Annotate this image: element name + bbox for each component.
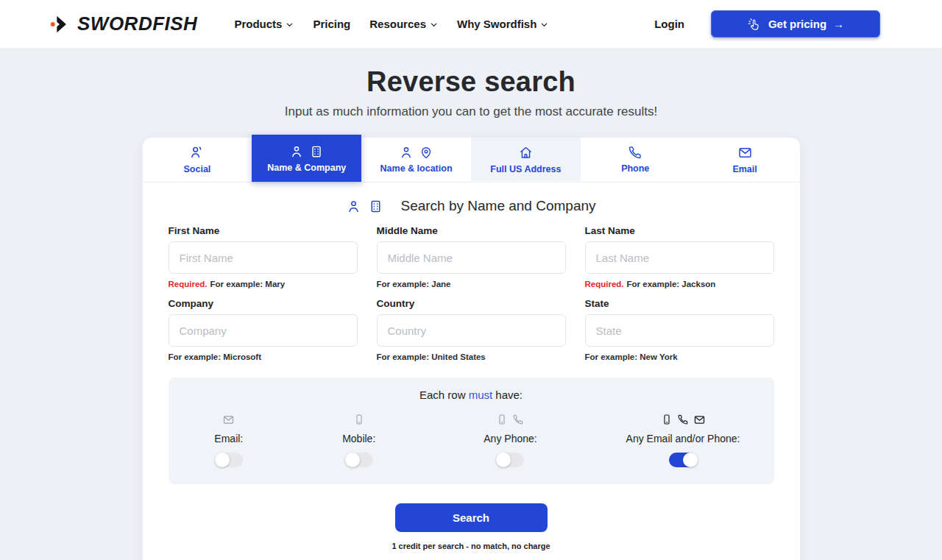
option-email: Email: (169, 413, 290, 467)
click-hand-icon (747, 17, 762, 32)
chevron-down-icon (540, 21, 548, 29)
last-name-input[interactable] (585, 241, 774, 274)
search-card: Social Name & Company (143, 138, 800, 560)
smartphone-icon (496, 414, 508, 425)
required-flag: Required. (169, 280, 208, 288)
get-pricing-button[interactable]: Get pricing → (711, 10, 880, 38)
chevron-down-icon (286, 21, 294, 29)
search-button[interactable]: Search (395, 503, 548, 532)
field-last-name: Last Name Required.For example: Jackson (585, 216, 774, 288)
state-input[interactable] (585, 314, 774, 347)
smartphone-icon (661, 414, 673, 425)
first-name-input[interactable] (169, 241, 358, 274)
swordfish-logo[interactable]: SWORDFISH (50, 13, 197, 35)
phone-icon (512, 414, 524, 425)
main-nav: Products Pricing Resources Why Swordfish (234, 18, 548, 30)
phone-icon (677, 414, 689, 425)
tab-email[interactable]: Email (690, 138, 800, 181)
search-tabs: Social Name & Company (143, 138, 800, 182)
form-actions: Search 1 credit per search - no match, n… (143, 484, 800, 560)
person-icon (289, 144, 304, 159)
users-icon (188, 144, 205, 160)
option-any-email-or-phone: Any Email and/or Phone: (592, 413, 774, 467)
field-state: State For example: New York (585, 288, 774, 361)
tab-name-location[interactable]: Name & location (361, 138, 471, 181)
nav-item-products[interactable]: Products (234, 18, 294, 30)
form-heading: Search by Name and Company (143, 182, 800, 216)
envelope-icon (222, 414, 235, 426)
person-icon (399, 145, 414, 160)
middle-name-input[interactable] (377, 241, 566, 274)
company-input[interactable] (169, 314, 358, 347)
field-first-name: First Name Required.For example: Mary (169, 216, 358, 288)
toggle-mobile[interactable] (345, 453, 373, 467)
building-icon (368, 199, 383, 214)
hero: Reverse search Input as much information… (0, 48, 942, 119)
country-input[interactable] (377, 314, 566, 347)
field-country: Country For example: United States (377, 288, 566, 361)
page-title: Reverse search (0, 66, 942, 98)
home-icon (518, 145, 534, 160)
navbar: SWORDFISH Products Pricing Resources Why… (0, 0, 942, 48)
required-flag: Required. (585, 280, 624, 288)
toggle-any-email-or-phone[interactable] (669, 453, 697, 467)
nav-item-pricing[interactable]: Pricing (313, 18, 350, 30)
credit-note: 1 credit per search - no match, no charg… (143, 542, 800, 550)
envelope-icon (693, 414, 706, 426)
building-icon (309, 144, 324, 159)
row-requirements-box: Each row must have: Email: Mobile: (169, 378, 774, 484)
toggle-email[interactable] (215, 453, 243, 467)
search-form: First Name Required.For example: Mary Mi… (143, 216, 800, 361)
envelope-icon (737, 145, 753, 160)
option-mobile: Mobile: (289, 413, 428, 467)
nav-item-resources[interactable]: Resources (369, 18, 438, 30)
requirements-title: Each row must have: (169, 389, 774, 401)
field-middle-name: Middle Name For example: Jane (377, 216, 566, 288)
phone-icon (628, 145, 642, 160)
tab-social[interactable]: Social (143, 138, 252, 181)
toggle-any-phone[interactable] (496, 453, 524, 467)
option-any-phone: Any Phone: (428, 413, 592, 467)
tab-name-company[interactable]: Name & Company (252, 135, 361, 182)
tab-full-us-address[interactable]: Full US Address (471, 138, 581, 181)
field-company: Company For example: Microsoft (169, 288, 358, 361)
location-pin-icon (419, 145, 433, 160)
smartphone-icon (353, 414, 365, 425)
arrow-right-icon: → (833, 18, 844, 30)
swordfish-logo-icon (50, 14, 71, 35)
person-icon (346, 199, 361, 214)
page-subtitle: Input as much information you can to get… (0, 104, 942, 119)
tab-phone[interactable]: Phone (581, 138, 690, 181)
nav-item-why-swordfish[interactable]: Why Swordfish (457, 18, 548, 30)
chevron-down-icon (430, 21, 438, 29)
get-pricing-label: Get pricing (768, 18, 826, 30)
login-link[interactable]: Login (654, 18, 684, 30)
form-heading-title: Search by Name and Company (400, 198, 595, 214)
logo-text: SWORDFISH (77, 13, 197, 35)
